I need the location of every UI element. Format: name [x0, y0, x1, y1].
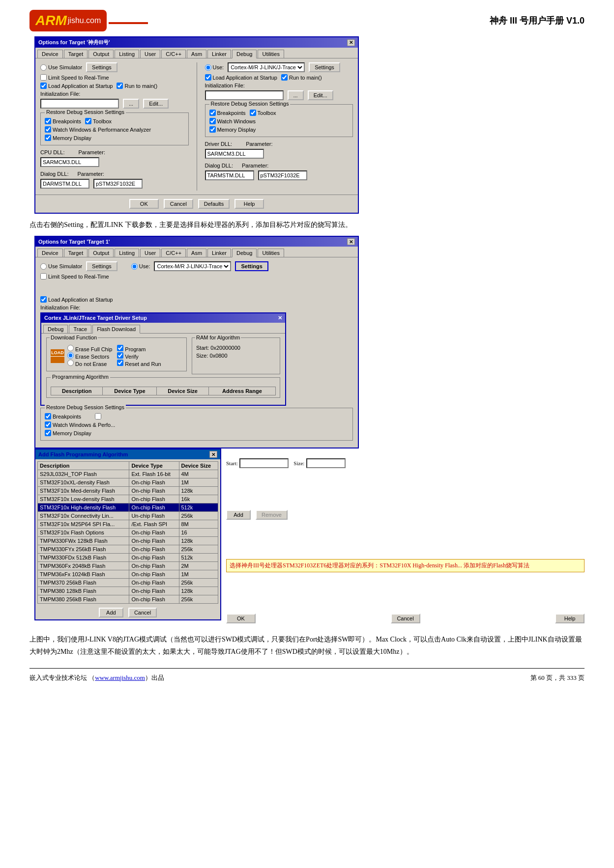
tab-listing-2[interactable]: Listing: [115, 249, 139, 257]
chk-reset-run[interactable]: Reset and Run: [117, 360, 161, 367]
edit-button-left[interactable]: Edit...: [143, 99, 169, 109]
close-button-2[interactable]: ✕: [347, 238, 355, 245]
chk-memory-display-right[interactable]: Memory Display: [209, 126, 256, 133]
dialog-param-input-left[interactable]: [93, 179, 143, 189]
chk-toolbox-left[interactable]: Toolbox: [85, 118, 112, 124]
tab-target[interactable]: Target: [64, 50, 88, 58]
chk-watch-windows-left[interactable]: Watch Windows & Performance Analyzer: [45, 126, 151, 133]
chk-run-main-right[interactable]: Run to main(): [281, 74, 322, 81]
tab-debug-2[interactable]: Debug: [232, 249, 257, 257]
radio-erase-sectors[interactable]: Erase Sectors: [67, 352, 112, 360]
flash-cancel-button[interactable]: Cancel: [128, 608, 157, 617]
tab-cplusplus[interactable]: C/C++: [161, 50, 186, 58]
close-flash-dialog[interactable]: ✕: [209, 451, 217, 458]
tab-device-2[interactable]: Device: [37, 249, 63, 257]
ok-button-1[interactable]: OK: [129, 199, 159, 209]
cpu-dll-input[interactable]: [40, 157, 99, 167]
tab-target-2[interactable]: Target: [64, 249, 88, 257]
flash-table-row[interactable]: TMPM380 128kB FlashOn-chip Flash128k: [38, 587, 218, 595]
flash-add-button[interactable]: Add: [99, 608, 123, 617]
flash-table-row[interactable]: TMPM36xFx 1024kB FlashOn-chip Flash1M: [38, 570, 218, 579]
tab-asm-2[interactable]: Asm: [187, 249, 206, 257]
radio-erase-full[interactable]: Erase Full Chip: [67, 345, 112, 352]
chk-load-app-left[interactable]: Load Application at Startup: [40, 83, 113, 89]
dialog-dll-input-right[interactable]: [205, 170, 254, 180]
jlink-select-2[interactable]: Cortex-M/R J-LINK/J-Trace: [154, 261, 231, 271]
flash-table-row[interactable]: TMPM330FWx 128kB FlashOn-chip Flash128k: [38, 537, 218, 545]
chk-load-app-2[interactable]: Load Application at Startup: [40, 296, 113, 303]
flash-table-row[interactable]: STM32F10x M25P64 SPI Fla.../Ext. Flash S…: [38, 520, 218, 529]
settings-button-left[interactable]: Settings: [86, 62, 117, 72]
radio-use-2[interactable]: Use:: [131, 263, 150, 270]
tab-output-2[interactable]: Output: [88, 249, 114, 257]
start-input[interactable]: [239, 458, 289, 468]
tab-utilities[interactable]: Utilities: [258, 50, 284, 58]
chk-limit-speed[interactable]: Limit Speed to Real-Time: [40, 74, 109, 81]
help-button-1[interactable]: Help: [234, 199, 264, 209]
chk-bp-2[interactable]: Breakpoints: [45, 413, 81, 420]
flash-table-row[interactable]: TMPM360Fx 2048kB FlashOn-chip Flash2M: [38, 562, 218, 570]
tab-cplusplus-2[interactable]: C/C++: [161, 249, 186, 257]
chk-watch-2[interactable]: Watch Windows & Perfo...: [45, 421, 115, 428]
radio-use[interactable]: Use:: [205, 64, 224, 71]
jlink-select[interactable]: Cortex-M/R J-LINK/J-Trace: [228, 62, 305, 72]
flash-alg-table[interactable]: Description Device Type Device Size S29J…: [37, 461, 218, 604]
settings-button-2-right[interactable]: Settings: [235, 261, 268, 271]
flash-table-row[interactable]: TMPM380 256kB FlashOn-chip Flash256k: [38, 595, 218, 604]
edit-button-right[interactable]: Edit...: [308, 90, 333, 100]
flash-table-row[interactable]: STM32F10x Low-density FlashOn-chip Flash…: [38, 495, 218, 504]
flash-table-row[interactable]: S29JL032H_TOP FlashExt. Flash 16-bit4M: [38, 470, 218, 478]
tab-device[interactable]: Device: [37, 50, 63, 58]
ok-button-2[interactable]: OK: [226, 614, 256, 623]
dialog-param-input-right[interactable]: [258, 170, 307, 180]
radio-simulator[interactable]: Use Simulator: [40, 64, 82, 71]
radio-do-not-erase[interactable]: Do not Erase: [67, 360, 112, 367]
remove-button[interactable]: Remove: [256, 510, 288, 520]
footer-link[interactable]: www.armjishu.com: [95, 674, 145, 681]
chk-breakpoints-right[interactable]: Breakpoints: [209, 110, 246, 116]
chk-program[interactable]: Program: [117, 345, 161, 352]
cortex-tab-trace[interactable]: Trace: [69, 325, 91, 333]
chk-run-main-left[interactable]: Run to main(): [117, 83, 157, 89]
browse-button-left[interactable]: ...: [123, 99, 139, 109]
flash-table-row[interactable]: TMPM330FDx 512kB FlashOn-chip Flash512k: [38, 554, 218, 562]
chk-verify[interactable]: Verify: [117, 352, 161, 360]
tab-linker-2[interactable]: Linker: [207, 249, 231, 257]
add-button-right[interactable]: Add: [226, 510, 251, 520]
chk-load-app-right[interactable]: Load Application at Startup: [205, 74, 277, 81]
defaults-button-1[interactable]: Defaults: [198, 199, 230, 209]
chk-limit-speed-2[interactable]: Limit Speed to Real-Time: [40, 273, 109, 280]
settings-button-2-left[interactable]: Settings: [86, 261, 117, 271]
tab-user-2[interactable]: User: [140, 249, 160, 257]
init-file-textbox-left[interactable]: [40, 99, 119, 109]
cortex-tab-flash[interactable]: Flash Download: [92, 325, 140, 334]
close-cortex-dialog[interactable]: ✕: [278, 315, 282, 321]
driver-dll-input[interactable]: [205, 149, 264, 159]
init-file-textbox-right[interactable]: [205, 90, 284, 100]
chk-breakpoints-left[interactable]: Breakpoints: [45, 118, 81, 124]
size-input[interactable]: [306, 458, 346, 468]
dialog-dll-input-left[interactable]: [40, 179, 89, 189]
chk-watch-windows-right[interactable]: Watch Windows: [209, 118, 256, 124]
tab-utilities-2[interactable]: Utilities: [258, 249, 284, 257]
flash-table-row[interactable]: STM32F10x Connectivity Lin...Un-chip Fla…: [38, 512, 218, 520]
tab-linker[interactable]: Linker: [207, 50, 231, 58]
help-button-2[interactable]: Help: [555, 614, 585, 623]
tab-debug[interactable]: Debug: [232, 50, 257, 58]
flash-table-row[interactable]: TMPM370 256kB FlashOn-chip Flash256k: [38, 579, 218, 587]
tab-asm[interactable]: Asm: [187, 50, 206, 58]
tab-listing[interactable]: Listing: [115, 50, 139, 58]
close-button-1[interactable]: ✕: [347, 39, 355, 46]
settings-button-right[interactable]: Settings: [309, 62, 340, 72]
cancel-button-2[interactable]: Cancel: [391, 614, 420, 623]
cancel-button-1[interactable]: Cancel: [164, 199, 193, 209]
flash-table-row[interactable]: STM32F10x High-density FlashOn-chip Flas…: [38, 504, 218, 512]
chk-toolbox-right[interactable]: Toolbox: [250, 110, 276, 116]
tab-output[interactable]: Output: [88, 50, 114, 58]
cortex-tab-debug[interactable]: Debug: [43, 325, 68, 333]
flash-table-row[interactable]: STM32F10xXL-density FlashOn-chip Flash1M: [38, 478, 218, 487]
chk-memory-2[interactable]: Memory Display: [45, 430, 91, 436]
flash-table-row[interactable]: TMPM330FYx 256kB FlashOn-chip Flash256k: [38, 545, 218, 554]
tab-user[interactable]: User: [140, 50, 160, 58]
radio-simulator-2[interactable]: Use Simulator: [40, 263, 82, 270]
